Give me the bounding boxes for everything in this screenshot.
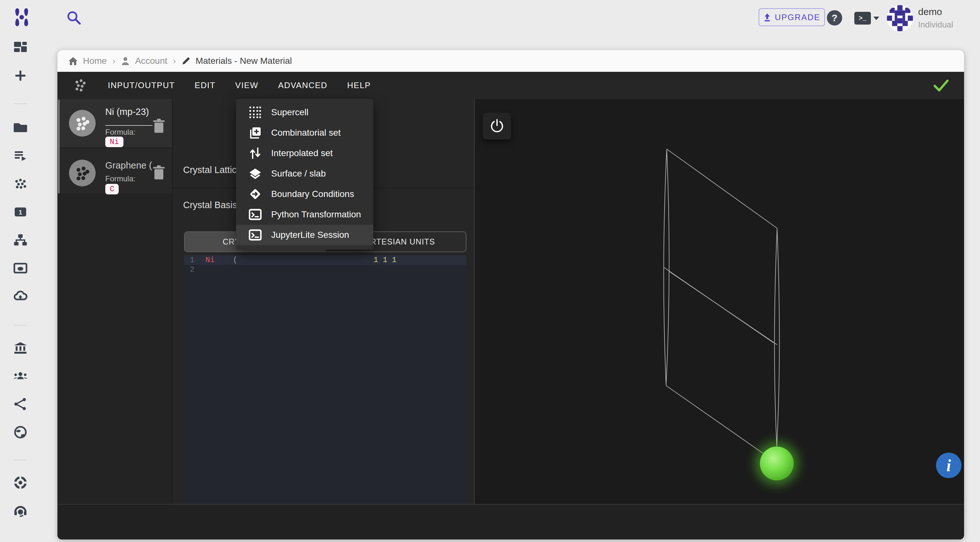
threejs-viewer-canvas[interactable]: i <box>474 99 964 504</box>
dashboard-icon[interactable] <box>13 41 27 54</box>
cloud-upload-icon[interactable] <box>13 289 27 303</box>
card-footer <box>57 504 964 539</box>
menu-view[interactable]: VIEW <box>235 80 258 90</box>
bank-card-one-icon[interactable]: 1 <box>13 205 27 219</box>
material-item-graphene[interactable]: Graphene (… Formula: C <box>57 147 172 193</box>
sidebar-divider <box>14 460 27 460</box>
formula-label: Formula: <box>105 128 135 137</box>
upload-icon <box>764 13 771 22</box>
formula-label: Formula: <box>105 174 135 183</box>
menu-edit[interactable]: EDIT <box>195 80 215 90</box>
breadcrumb-home[interactable]: Home <box>68 56 107 66</box>
menu-help[interactable]: HELP <box>347 80 371 90</box>
line-number: 1 <box>190 255 194 265</box>
globe-icon[interactable] <box>13 425 27 439</box>
crystal-basis-title: Crystal Basis <box>183 200 237 210</box>
advanced-menu-dropdown: Supercell Combinatorial set Interpolated… <box>236 99 373 250</box>
menu-item-combinatorial-set[interactable]: Combinatorial set <box>236 123 373 143</box>
ni-atom <box>760 446 794 480</box>
import-export-icon <box>249 147 262 159</box>
menu-item-python-transformation[interactable]: Python Transformation <box>236 204 373 225</box>
user-name: demo <box>918 6 953 17</box>
directions-icon <box>249 188 262 201</box>
unit-cell-wireframe <box>475 99 965 504</box>
jobs-playlist-icon[interactable] <box>13 149 27 163</box>
formula-chip: Ni <box>105 137 124 147</box>
top-bar: UPGRADE ? >_ demo Individual <box>0 0 980 35</box>
list-scrollbar[interactable] <box>58 100 60 193</box>
pencil-icon <box>181 56 191 65</box>
upgrade-label: UPGRADE <box>775 13 821 22</box>
home-icon <box>68 56 78 65</box>
avatar[interactable] <box>887 5 913 31</box>
material-avatar-icon <box>69 159 96 187</box>
breadcrumb-account[interactable]: Account <box>121 56 167 66</box>
menu-advanced[interactable]: ADVANCED <box>278 80 328 90</box>
editor-line: 2 <box>184 265 466 274</box>
info-button[interactable]: i <box>936 453 961 478</box>
name-input-underline <box>105 125 153 126</box>
menu-item-interpolated-set[interactable]: Interpolated set <box>236 143 373 163</box>
delete-trash-icon[interactable] <box>152 119 166 134</box>
material-name-input[interactable]: Ni (mp-23) <box>105 107 149 117</box>
add-icon[interactable] <box>13 69 27 83</box>
line-number: 2 <box>190 265 194 274</box>
support-wheel-icon[interactable] <box>13 476 27 489</box>
headset-support-icon[interactable] <box>13 504 27 518</box>
folder-icon[interactable] <box>13 121 27 135</box>
search-icon[interactable] <box>66 10 82 26</box>
mat3ra-logo[interactable] <box>13 8 30 27</box>
left-sidebar: 1 <box>0 35 41 542</box>
bank-institution-icon[interactable] <box>13 341 27 355</box>
breadcrumb-separator: › <box>113 56 116 66</box>
upgrade-button[interactable]: UPGRADE <box>759 8 825 26</box>
materials-list: Ni (mp-23) Formula: Ni Graphene (… Formu… <box>57 99 172 504</box>
menu-item-surface-slab[interactable]: Surface / slab <box>236 163 373 184</box>
molecule-dots-icon[interactable] <box>73 78 88 93</box>
breadcrumb-separator: › <box>173 56 176 66</box>
materials-dots-icon[interactable] <box>13 177 27 191</box>
breadcrumb: Home › Account › Materials - New Materia… <box>57 50 964 72</box>
media-icon[interactable] <box>13 261 27 275</box>
group-icon[interactable] <box>13 369 27 383</box>
menu-item-boundary-conditions[interactable]: Boundary Conditions <box>236 184 373 204</box>
sidebar-divider <box>14 104 27 104</box>
check-icon[interactable] <box>933 79 950 92</box>
power-icon <box>490 119 504 133</box>
console-icon: >_ <box>854 12 871 25</box>
supercell-grid-icon <box>249 106 262 119</box>
layers-icon <box>249 167 262 180</box>
basis-code-editor[interactable]: 1 Ni ( 1 1 1 2 <box>184 255 466 537</box>
breadcrumb-current: Materials - New Material <box>181 56 292 66</box>
share-icon[interactable] <box>13 397 27 411</box>
menu-item-supercell[interactable]: Supercell <box>236 102 373 123</box>
library-add-icon <box>249 126 262 139</box>
svg-text:1: 1 <box>19 209 22 216</box>
user-plan: Individual <box>918 20 953 30</box>
user-menu[interactable]: demo Individual <box>918 6 953 30</box>
menu-item-jupyterlite-session[interactable]: JupyterLite Session <box>236 225 373 245</box>
designer-menubar: INPUT/OUTPUT EDIT VIEW ADVANCED HELP <box>57 72 964 99</box>
menu-input-output[interactable]: INPUT/OUTPUT <box>108 80 175 90</box>
material-item-ni[interactable]: Ni (mp-23) Formula: Ni <box>57 99 172 147</box>
main-card: Home › Account › Materials - New Materia… <box>57 50 964 539</box>
terminal-icon <box>249 208 262 221</box>
help-icon[interactable]: ? <box>827 10 842 26</box>
crystal-lattice-title: Crystal Lattice <box>183 165 242 175</box>
terminal-icon <box>249 228 262 241</box>
sidebar-divider <box>14 325 27 325</box>
delete-trash-icon[interactable] <box>152 165 166 180</box>
chevron-down-icon <box>873 17 879 20</box>
info-icon: i <box>947 456 951 475</box>
formula-chip: C <box>105 184 119 194</box>
person-icon <box>121 56 130 65</box>
editor-line: 1 Ni ( 1 1 1 <box>184 255 466 265</box>
power-toggle-button[interactable] <box>483 113 511 139</box>
material-avatar-icon <box>69 110 96 137</box>
console-menu-button[interactable]: >_ <box>854 11 882 25</box>
workflows-sitemap-icon[interactable] <box>13 233 27 247</box>
